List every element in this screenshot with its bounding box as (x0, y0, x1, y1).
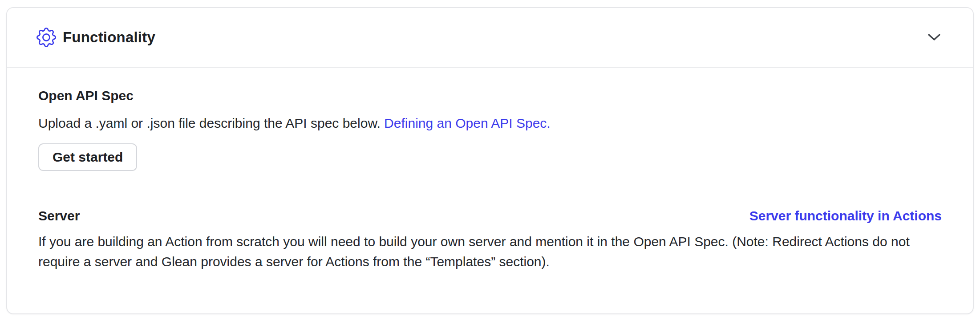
functionality-card: Functionality Open API Spec Upload a .ya… (6, 7, 974, 314)
defining-open-api-spec-link[interactable]: Defining an Open API Spec. (384, 116, 551, 130)
open-api-spec-section: Open API Spec Upload a .yaml or .json fi… (38, 86, 942, 171)
open-api-spec-label: Open API Spec (38, 86, 942, 105)
open-api-spec-description-text: Upload a .yaml or .json file describing … (38, 116, 384, 130)
chevron-down-icon[interactable] (927, 33, 941, 41)
server-description: If you are building an Action from scrat… (38, 232, 942, 272)
server-section: Server Server functionality in Actions I… (38, 207, 942, 272)
functionality-content: Open API Spec Upload a .yaml or .json fi… (7, 68, 973, 272)
get-started-button[interactable]: Get started (38, 143, 137, 171)
server-label: Server (38, 207, 80, 225)
open-api-spec-description: Upload a .yaml or .json file describing … (38, 114, 942, 133)
functionality-section-header[interactable]: Functionality (7, 8, 973, 68)
server-functionality-link[interactable]: Server functionality in Actions (749, 207, 942, 225)
section-title: Functionality (63, 29, 155, 46)
header-title-group: Functionality (36, 28, 155, 47)
gear-icon (36, 28, 56, 47)
server-header-row: Server Server functionality in Actions (38, 207, 942, 225)
